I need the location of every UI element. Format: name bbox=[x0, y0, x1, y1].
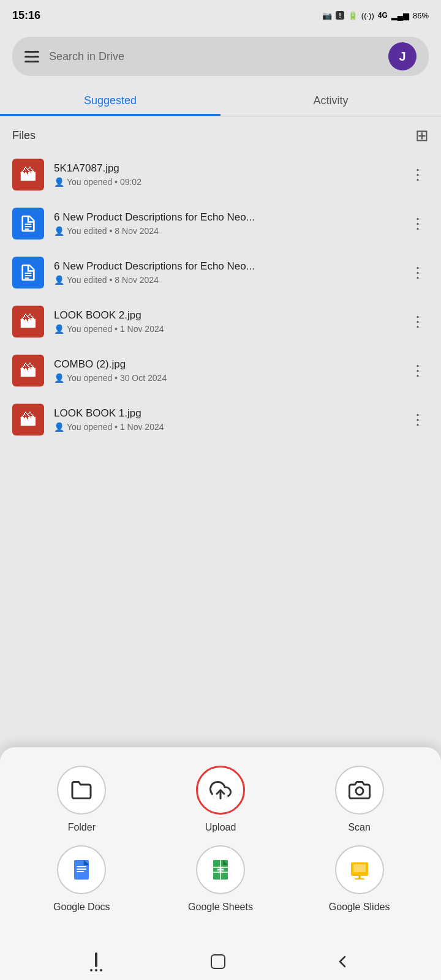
file-info: 6 New Product Descriptions for Echo Neo.… bbox=[54, 260, 397, 285]
file-type-icon bbox=[12, 257, 44, 288]
list-item[interactable]: 6 New Product Descriptions for Echo Neo.… bbox=[0, 199, 441, 248]
file-list: 🏔 5K1A7087.jpg 👤 You opened • 09:02 ⋮ 6 … bbox=[0, 150, 441, 444]
scan-action[interactable]: Scan bbox=[311, 766, 409, 833]
svg-rect-17 bbox=[211, 955, 225, 968]
google-slides-action[interactable]: Google Slides bbox=[311, 845, 409, 913]
status-bar: 15:16 📷 ! 🔋 ((·)) 4G ▂▄▆ 86% bbox=[0, 0, 441, 31]
upload-circle bbox=[196, 766, 245, 815]
more-options-button[interactable]: ⋮ bbox=[407, 213, 429, 235]
more-options-button[interactable]: ⋮ bbox=[407, 311, 429, 333]
file-type-icon: 🏔 bbox=[12, 355, 44, 386]
file-name: 6 New Product Descriptions for Echo Neo.… bbox=[54, 260, 397, 273]
alert-icon: ! bbox=[336, 11, 344, 20]
nav-bar bbox=[0, 943, 441, 980]
list-item[interactable]: 🏔 5K1A7087.jpg 👤 You opened • 09:02 ⋮ bbox=[0, 150, 441, 199]
bottom-sheet: Folder Upload bbox=[0, 747, 441, 980]
grid-view-icon[interactable]: ⊞ bbox=[415, 126, 429, 145]
folder-circle bbox=[57, 766, 106, 815]
doc-icon bbox=[18, 214, 38, 233]
upload-icon bbox=[209, 779, 232, 801]
more-options-button[interactable]: ⋮ bbox=[407, 360, 429, 382]
google-slides-label: Google Slides bbox=[329, 902, 390, 913]
file-name: LOOK BOOK 2.jpg bbox=[54, 309, 397, 322]
signal-4g: 4G bbox=[378, 11, 388, 20]
google-docs-label: Google Docs bbox=[53, 902, 110, 913]
file-info: 5K1A7087.jpg 👤 You opened • 09:02 bbox=[54, 162, 397, 187]
file-name: LOOK BOOK 1.jpg bbox=[54, 407, 397, 420]
google-slides-circle bbox=[335, 845, 384, 894]
file-type-icon: 🏔 bbox=[12, 306, 44, 337]
scan-circle bbox=[335, 766, 384, 815]
search-placeholder[interactable]: Search in Drive bbox=[49, 50, 379, 63]
list-item[interactable]: 🏔 COMBO (2).jpg 👤 You opened • 30 Oct 20… bbox=[0, 346, 441, 395]
upload-label: Upload bbox=[205, 822, 236, 833]
nav-lines-icon[interactable] bbox=[90, 952, 102, 971]
svg-point-1 bbox=[356, 788, 363, 795]
file-meta: 👤 You opened • 30 Oct 2024 bbox=[54, 373, 397, 383]
battery-percent: 86% bbox=[413, 11, 429, 20]
battery-icon: 🔋 bbox=[348, 11, 358, 20]
more-options-button[interactable]: ⋮ bbox=[407, 409, 429, 431]
svg-rect-5 bbox=[77, 871, 84, 872]
google-sheets-action[interactable]: Google Sheets bbox=[172, 845, 270, 913]
google-docs-icon bbox=[69, 858, 94, 882]
more-options-button[interactable]: ⋮ bbox=[407, 164, 429, 186]
doc-icon bbox=[18, 263, 38, 282]
upload-action[interactable]: Upload bbox=[172, 766, 270, 833]
file-info: 6 New Product Descriptions for Echo Neo.… bbox=[54, 211, 397, 236]
meta-person-icon: 👤 bbox=[54, 324, 64, 334]
folder-label: Folder bbox=[68, 822, 96, 833]
signal-bars: ▂▄▆ bbox=[391, 11, 409, 20]
image-icon: 🏔 bbox=[20, 165, 37, 185]
more-options-button[interactable]: ⋮ bbox=[407, 262, 429, 284]
search-bar[interactable]: Search in Drive J bbox=[12, 37, 429, 76]
meta-person-icon: 👤 bbox=[54, 275, 64, 285]
scan-label: Scan bbox=[348, 822, 370, 833]
folder-action[interactable]: Folder bbox=[32, 766, 130, 833]
nav-back-icon[interactable] bbox=[334, 953, 351, 970]
image-icon: 🏔 bbox=[20, 312, 37, 332]
file-meta: 👤 You opened • 09:02 bbox=[54, 177, 397, 187]
folder-icon bbox=[70, 779, 92, 801]
status-icons: 📷 ! 🔋 ((·)) 4G ▂▄▆ 86% bbox=[322, 11, 429, 20]
file-info: LOOK BOOK 2.jpg 👤 You opened • 1 Nov 202… bbox=[54, 309, 397, 334]
google-sheets-circle bbox=[196, 845, 245, 894]
svg-rect-16 bbox=[355, 878, 364, 880]
image-icon: 🏔 bbox=[20, 410, 37, 430]
file-type-icon: 🏔 bbox=[12, 404, 44, 435]
files-title: Files bbox=[12, 129, 36, 142]
list-item[interactable]: 6 New Product Descriptions for Echo Neo.… bbox=[0, 248, 441, 297]
tab-suggested[interactable]: Suggested bbox=[0, 86, 221, 116]
tabs-container: Suggested Activity bbox=[0, 86, 441, 116]
scan-icon bbox=[349, 779, 371, 801]
google-sheets-label: Google Sheets bbox=[188, 902, 253, 913]
file-info: COMBO (2).jpg 👤 You opened • 30 Oct 2024 bbox=[54, 358, 397, 383]
action-row-2: Google Docs Google She bbox=[12, 845, 429, 913]
wifi-icon: ((·)) bbox=[361, 11, 374, 20]
svg-rect-3 bbox=[77, 866, 86, 867]
file-meta: 👤 You opened • 1 Nov 2024 bbox=[54, 422, 397, 432]
svg-rect-4 bbox=[77, 869, 86, 870]
status-time: 15:16 bbox=[12, 9, 40, 22]
file-type-icon: 🏔 bbox=[12, 159, 44, 190]
svg-rect-15 bbox=[358, 876, 361, 878]
tab-activity[interactable]: Activity bbox=[221, 86, 441, 116]
google-sheets-icon bbox=[208, 858, 233, 882]
action-row-1: Folder Upload bbox=[12, 766, 429, 833]
list-item[interactable]: 🏔 LOOK BOOK 1.jpg 👤 You opened • 1 Nov 2… bbox=[0, 395, 441, 444]
file-meta: 👤 You edited • 8 Nov 2024 bbox=[54, 226, 397, 236]
file-name: 5K1A7087.jpg bbox=[54, 162, 397, 175]
list-item[interactable]: 🏔 LOOK BOOK 2.jpg 👤 You opened • 1 Nov 2… bbox=[0, 297, 441, 346]
nav-home-icon[interactable] bbox=[208, 952, 228, 971]
camera-icon: 📷 bbox=[322, 11, 332, 20]
file-meta: 👤 You opened • 1 Nov 2024 bbox=[54, 324, 397, 334]
meta-person-icon: 👤 bbox=[54, 177, 64, 187]
image-icon: 🏔 bbox=[20, 361, 37, 381]
file-info: LOOK BOOK 1.jpg 👤 You opened • 1 Nov 202… bbox=[54, 407, 397, 432]
google-docs-action[interactable]: Google Docs bbox=[32, 845, 130, 913]
user-avatar[interactable]: J bbox=[388, 42, 417, 70]
file-type-icon bbox=[12, 208, 44, 239]
svg-rect-14 bbox=[353, 864, 366, 872]
google-docs-circle bbox=[57, 845, 106, 894]
hamburger-menu[interactable] bbox=[24, 51, 39, 62]
